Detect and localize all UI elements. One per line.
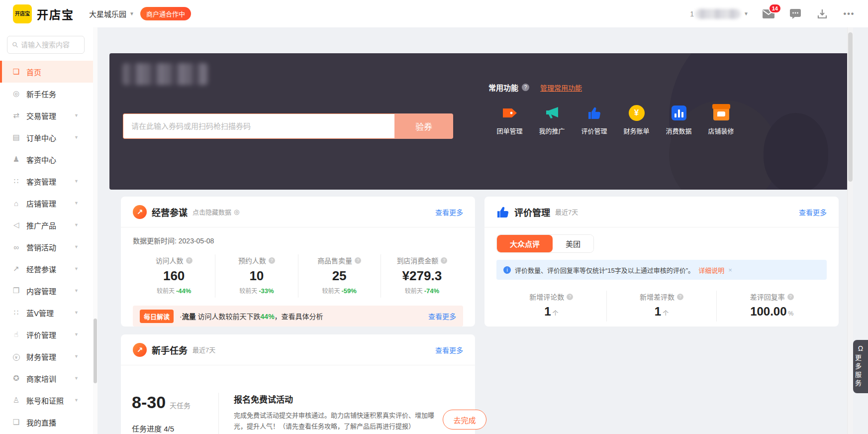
stat-visitors: 访问人数? 160 较前天-44%: [133, 254, 215, 298]
page-scrollbar[interactable]: [847, 27, 853, 434]
stat-value: 1个: [496, 305, 606, 319]
sidebar-search[interactable]: ⚲: [7, 36, 85, 54]
stat-new-bad-reviews: 新增差评数? 1个: [607, 291, 717, 322]
stat-products-sold: 商品售卖量? 25 较前天-59%: [298, 254, 381, 298]
sidebar-item-account-license[interactable]: ♙账号和证照▼: [0, 389, 97, 411]
thumbs-up-icon: [587, 105, 601, 121]
sidebar-item-label: 店铺管理: [26, 198, 74, 209]
sidebar-item-shop-manage[interactable]: ⌂店铺管理▼: [0, 192, 97, 214]
help-icon[interactable]: ?: [677, 294, 683, 300]
help-icon[interactable]: ?: [787, 294, 794, 300]
quick-item-finance-bill[interactable]: ¥ 财务账单: [615, 105, 658, 135]
topbar-icons: 14 •••: [763, 8, 855, 20]
help-icon[interactable]: ?: [186, 257, 193, 264]
stat-label: 访问人数: [156, 255, 184, 265]
chevron-down-icon: ▼: [74, 179, 79, 184]
store-switcher[interactable]: 大星城乐园 ▼: [89, 8, 134, 19]
review-more-link[interactable]: 查看更多: [799, 207, 827, 217]
sidebar-item-home[interactable]: ❏首页: [0, 61, 97, 83]
stat-unit: %: [788, 310, 794, 317]
verify-coupon-button[interactable]: 验券: [394, 113, 453, 139]
search-input[interactable]: [21, 41, 79, 49]
sidebar-item-marketing[interactable]: ∞营销活动▼: [0, 236, 97, 258]
stat-new-reviews: 新增评论数? 1个: [496, 291, 607, 322]
chat-bubble-icon: [790, 9, 801, 19]
close-icon[interactable]: ×: [728, 266, 732, 274]
stat-label: 新增差评数: [640, 292, 675, 302]
daily-insight-bar: 每日解读 ·流量 访问人数较前天下跌44%，查看具体分析 查看更多: [133, 306, 463, 326]
task-more-link[interactable]: 查看更多: [435, 345, 463, 355]
messages-button[interactable]: 14: [763, 8, 774, 20]
coupon-verify-bar: 验券: [123, 113, 453, 139]
chevron-down-icon: ▼: [74, 398, 79, 403]
chevron-down-icon: ▼: [74, 266, 79, 271]
sidebar-menu: ❏首页 ◎新手任务 ⇄交易管理▼ ▤订单中心▼ ♟客资中心 ∷客资管理▼ ⌂店铺…: [0, 61, 97, 433]
download-button[interactable]: [816, 8, 828, 20]
chat-button[interactable]: [789, 8, 801, 20]
stat-delta: -33%: [259, 287, 274, 295]
quick-item-consumption-data[interactable]: 消费数据: [658, 105, 700, 135]
page-scrollbar-thumb[interactable]: [848, 32, 853, 182]
chevron-down-icon: ▼: [74, 201, 79, 206]
more-services-float-button[interactable]: Ω 更多服务: [853, 340, 868, 393]
app-logo[interactable]: 开店宝: [13, 4, 32, 23]
daily-more-link[interactable]: 查看更多: [428, 311, 456, 321]
stat-value: 1个: [607, 305, 717, 319]
quick-item-review-manage[interactable]: 评价管理: [573, 105, 615, 135]
account-menu[interactable]: 1 ▼: [690, 9, 749, 19]
hide-data-toggle[interactable]: 点击隐藏数据◎: [193, 207, 239, 217]
sidebar-item-training[interactable]: ✪商家培训▼: [0, 367, 97, 389]
sidebar-item-label: 商家培训: [26, 373, 74, 384]
help-icon[interactable]: ?: [355, 257, 361, 264]
chevron-down-icon: ▼: [74, 244, 79, 249]
app-logo-text: 开店宝: [15, 11, 30, 16]
more-menu-button[interactable]: •••: [843, 8, 855, 20]
help-icon[interactable]: ?: [441, 257, 447, 264]
advisor-more-link[interactable]: 查看更多: [435, 207, 463, 217]
quick-item-group-deals[interactable]: 团单管理: [488, 105, 531, 135]
manage-quick-functions-link[interactable]: 管理常用功能: [540, 83, 582, 93]
account-number-partial: 1: [690, 10, 694, 18]
sidebar-item-label: 订单中心: [26, 132, 74, 143]
review-platform-tabs: 大众点评 美团: [496, 234, 594, 253]
sidebar-item-my-live[interactable]: ❏我的直播: [0, 411, 97, 433]
advisor-stats: 访问人数? 160 较前天-44% 预约人数? 10 较前天-33% 商品售卖量…: [133, 254, 463, 298]
sidebar-item-customer-center[interactable]: ♟客资中心: [0, 148, 97, 170]
stat-value: ¥279.3: [381, 268, 463, 284]
sidebar-scrollbar-thumb[interactable]: [94, 319, 97, 383]
advisor-icon: ↗: [12, 264, 20, 273]
quick-functions-panel: 常用功能 ? 管理常用功能 团单管理 我的推广 评价管理: [488, 82, 837, 135]
sidebar-item-blue-v[interactable]: ∷蓝V管理▼: [0, 302, 97, 324]
sidebar-item-promote[interactable]: ◁推广产品▼: [0, 214, 97, 236]
help-icon[interactable]: ?: [269, 257, 275, 264]
help-icon[interactable]: ?: [567, 294, 573, 300]
quick-item-shop-decoration[interactable]: 店铺装修: [700, 105, 742, 135]
help-icon[interactable]: ?: [522, 84, 529, 91]
sidebar-scrollbar[interactable]: [93, 27, 97, 434]
account-license-icon: ♙: [12, 396, 20, 405]
sidebar-item-finance[interactable]: ¥财务管理▼: [0, 345, 97, 367]
daily-text-before: 访问人数较前天下跌: [196, 313, 261, 321]
tab-dianping[interactable]: 大众点评: [497, 235, 553, 252]
coupon-code-input[interactable]: [123, 113, 394, 139]
bar-chart-icon: [672, 105, 686, 121]
sidebar-item-customer-manage[interactable]: ∷客资管理▼: [0, 170, 97, 192]
sidebar: ⚲ ❏首页 ◎新手任务 ⇄交易管理▼ ▤订单中心▼ ♟客资中心 ∷客资管理▼: [0, 27, 97, 434]
page-layout: ⚲ ❏首页 ◎新手任务 ⇄交易管理▼ ▤订单中心▼ ♟客资中心 ∷客资管理▼: [0, 27, 868, 434]
sidebar-item-orders[interactable]: ▤订单中心▼: [0, 126, 97, 148]
sidebar-item-trade[interactable]: ⇄交易管理▼: [0, 105, 97, 126]
sidebar-item-label: 蓝V管理: [26, 308, 74, 318]
sidebar-item-newbie-tasks[interactable]: ◎新手任务: [0, 83, 97, 105]
sidebar-item-content[interactable]: ❐内容管理▼: [0, 280, 97, 302]
go-complete-button[interactable]: 去完成: [443, 410, 486, 430]
tab-meituan[interactable]: 美团: [553, 235, 593, 252]
sidebar-item-advisor[interactable]: ↗经营参谋▼: [0, 258, 97, 280]
stat-delta: -74%: [424, 287, 439, 295]
sidebar-item-label: 客资管理: [26, 176, 74, 187]
chevron-down-icon: ▼: [74, 135, 79, 140]
sidebar-item-review[interactable]: ☝评价管理▼: [0, 324, 97, 345]
detail-explain-link[interactable]: 详细说明: [698, 265, 724, 275]
stat-compare-label: 较前天: [322, 288, 340, 295]
daily-highlight: 44%: [261, 313, 275, 321]
quick-item-my-promotion[interactable]: 我的推广: [531, 105, 573, 135]
